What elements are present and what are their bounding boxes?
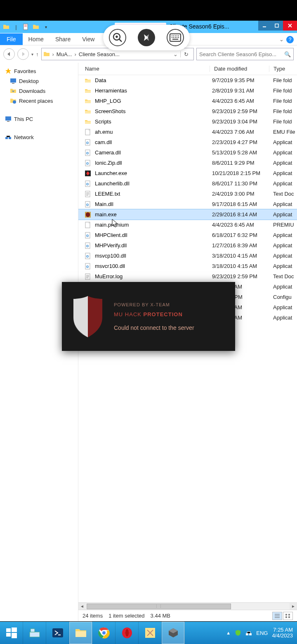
file-row[interactable]: Main.dll9/17/2018 6:15 AMApplicat (78, 199, 297, 209)
column-headers[interactable]: Name Date modified Type (78, 63, 297, 75)
forward-button[interactable] (17, 48, 29, 60)
scroll-thumb[interactable]: ⋮⋮ (87, 604, 231, 609)
file-row[interactable]: Launcherlib.dll8/6/2017 11:30 PMApplicat (78, 178, 297, 189)
file-row[interactable]: MHPVerify.dll1/27/2016 8:39 AMApplicat (78, 240, 297, 251)
dll-icon (83, 242, 92, 249)
file-row[interactable]: Scripts9/23/2019 3:04 PMFile fold (78, 116, 297, 127)
file-type: Applicat (271, 242, 297, 249)
dropdown-icon[interactable]: ▾ (41, 22, 50, 31)
thumbnails-view-icon[interactable] (283, 612, 293, 620)
task-opera-icon[interactable] (116, 622, 139, 644)
task-chrome-icon[interactable] (92, 622, 116, 644)
folder-icon (83, 118, 92, 125)
tray-lang[interactable]: ENG (256, 630, 268, 636)
chevron-right-icon[interactable]: › (50, 51, 57, 57)
start-button[interactable] (0, 622, 23, 644)
file-date: 3/18/2010 4:15 AM (212, 263, 271, 269)
file-row[interactable]: MHPClient.dll6/18/2017 6:32 PMApplicat (78, 230, 297, 240)
folder-icon (2, 22, 11, 31)
col-type[interactable]: Type (269, 66, 297, 72)
tray-clock[interactable]: 7:25 AM 4/4/2023 (272, 627, 293, 639)
scroll-right-icon[interactable]: ► (290, 603, 297, 610)
file-row[interactable]: Launcher.exe10/21/2018 2:15 PMApplicat (78, 168, 297, 178)
back-button[interactable] (3, 48, 15, 60)
minimize-button[interactable] (258, 21, 271, 31)
maximize-button[interactable] (271, 21, 283, 31)
ribbon-home[interactable]: Home (23, 33, 50, 45)
task-explorer-icon[interactable] (23, 622, 46, 644)
file-row[interactable]: Herramientas2/8/2019 9:31 AMFile fold (78, 85, 297, 96)
chevron-down-icon[interactable]: ⌄ (171, 51, 180, 57)
scroll-left-icon[interactable]: ◄ (78, 603, 86, 610)
file-date: 9/23/2019 2:59 PM (212, 273, 271, 279)
file-row[interactable]: ah.emu4/4/2023 7:06 AMEMU File (78, 127, 297, 137)
file-name: msvcp100.dll (92, 253, 212, 259)
ribbon-file[interactable]: File (0, 33, 23, 45)
svg-point-18 (87, 163, 88, 163)
zoom-icon[interactable] (109, 29, 126, 46)
refresh-icon[interactable]: ↻ (180, 51, 192, 57)
task-app-icon[interactable] (162, 622, 185, 644)
file-row[interactable]: MHP_LOG4/4/2023 6:45 AMFile fold (78, 96, 297, 106)
file-row[interactable]: Camera.dll5/13/2019 5:28 AMApplicat (78, 147, 297, 158)
mhp-popup[interactable]: POWERED BY X-TEAM MU HACK PROTECTION Cou… (62, 282, 235, 351)
task-powershell-icon[interactable] (46, 622, 69, 644)
file-name: cam.dll (92, 139, 212, 145)
ribbon-collapse-icon[interactable]: ⌄ (277, 34, 286, 45)
h-scrollbar[interactable]: ◄ ⋮⋮ ► (78, 602, 297, 610)
file-type: Applicat (271, 253, 297, 259)
file-row[interactable]: main.premium4/4/2023 6:45 AMPREMIU (78, 220, 297, 230)
file-row[interactable]: Data9/7/2019 9:35 PMFile fold (78, 75, 297, 85)
properties-icon[interactable] (21, 22, 31, 31)
task-folder-icon[interactable] (69, 622, 92, 644)
tree-desktop[interactable]: Desktop (2, 76, 76, 86)
folder-icon (83, 108, 92, 115)
file-row[interactable]: main.exe2/29/2016 8:14 AMApplicat (78, 209, 297, 220)
file-row[interactable]: MuError.log9/23/2019 2:59 PMText Doc (78, 271, 297, 282)
taskbar[interactable]: ▲ ENG 7:25 AM 4/4/2023 (0, 622, 297, 644)
folder-icon[interactable] (31, 22, 40, 31)
search-icon[interactable]: 🔍 (284, 51, 291, 57)
col-name[interactable]: Name (82, 66, 210, 72)
close-button[interactable] (283, 21, 297, 31)
task-tools-icon[interactable] (139, 622, 162, 644)
file-row[interactable]: msvcr100.dll3/18/2010 4:15 AMApplicat (78, 261, 297, 271)
recent-dropdown-icon[interactable]: ▾ (31, 52, 33, 57)
file-name: MHPVerify.dll (92, 242, 212, 249)
sync-icon[interactable] (138, 29, 155, 46)
ribbon-view[interactable]: View (76, 33, 100, 45)
up-button[interactable]: ↑ (36, 51, 39, 57)
tray-network-icon[interactable] (245, 630, 252, 636)
file-type: Applicat (271, 201, 297, 207)
tree-recent[interactable]: Recent places (2, 96, 76, 106)
tree-thispc[interactable]: This PC (2, 114, 76, 124)
file-row[interactable]: Ionic.Zip.dll8/6/2011 9:29 PMApplicat (78, 158, 297, 168)
file-row[interactable]: ScreenShots9/23/2019 2:59 PMFile fold (78, 106, 297, 116)
remote-toolbar[interactable] (103, 25, 190, 50)
system-tray[interactable]: ▲ ENG 7:25 AM 4/4/2023 (222, 622, 297, 644)
breadcrumb-1[interactable]: MuA... (57, 51, 72, 57)
tree-network[interactable]: Network (2, 132, 76, 142)
ribbon-share[interactable]: Share (50, 33, 76, 45)
tree-downloads[interactable]: Downloads (2, 86, 76, 96)
col-date[interactable]: Date modified (210, 66, 269, 72)
file-type: EMU File (271, 129, 297, 135)
file-type: Text Doc (271, 273, 297, 279)
search-box[interactable]: Search Cliente Season6 Episo... 🔍 (196, 48, 294, 60)
tree-favorites[interactable]: Favorites (2, 66, 76, 76)
chevron-right-icon[interactable]: › (72, 51, 78, 57)
tray-up-icon[interactable]: ▲ (226, 630, 231, 635)
file-row[interactable]: LEEME.txt2/4/2019 3:00 PMText Doc (78, 189, 297, 199)
details-view-icon[interactable] (272, 612, 282, 620)
file-type: File fold (271, 88, 297, 94)
breadcrumb-2[interactable]: Cliente Season... (79, 51, 120, 57)
help-icon[interactable]: ? (286, 36, 294, 43)
file-type: File fold (271, 108, 297, 114)
file-row[interactable]: msvcp100.dll3/18/2010 4:15 AMApplicat (78, 251, 297, 261)
svg-rect-8 (9, 137, 11, 139)
keyboard-icon[interactable] (167, 29, 184, 46)
file-name: Data (92, 77, 212, 83)
file-row[interactable]: cam.dll2/23/2019 4:27 PMApplicat (78, 137, 297, 147)
tray-shield-icon[interactable] (235, 630, 241, 636)
svg-rect-54 (6, 633, 11, 637)
